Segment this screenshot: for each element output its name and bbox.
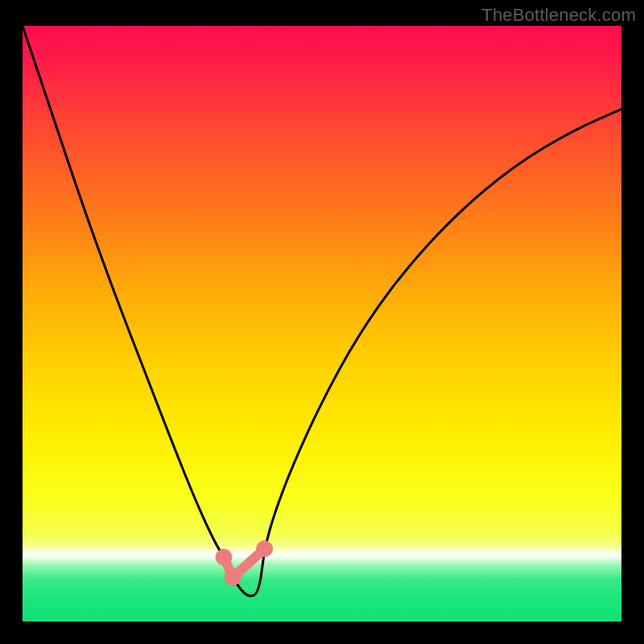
plot-background [23, 26, 621, 621]
marker-dot [216, 549, 232, 565]
marker-dot [225, 569, 241, 585]
marker-dot [257, 541, 273, 557]
chart-container: { "watermark": "TheBottleneck.com", "plo… [0, 0, 644, 644]
bottleneck-plot [0, 0, 644, 644]
